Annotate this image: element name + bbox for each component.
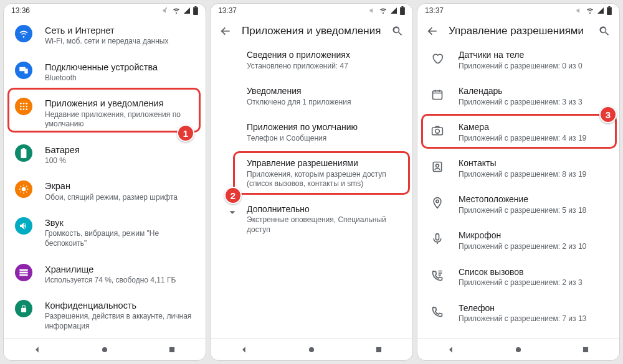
row-battery[interactable]: Батарея100 % bbox=[4, 137, 206, 174]
step-badge-3: 3 bbox=[599, 106, 617, 123]
row-notifications[interactable]: УведомленияОтключено для 1 приложения bbox=[211, 78, 412, 114]
row-app-info[interactable]: Сведения о приложенияхУстановлено прилож… bbox=[211, 42, 412, 78]
row-sub: Громкость, вибрация, режим "Не беспокоит… bbox=[45, 229, 194, 248]
svg-rect-16 bbox=[19, 269, 27, 271]
nav-recent[interactable] bbox=[579, 343, 592, 356]
row-permission-manager[interactable]: Управление разрешениямиПриложения, котор… bbox=[211, 151, 412, 197]
row-call-log[interactable]: Список вызововПриложений с разрешением: … bbox=[417, 259, 619, 296]
row-sub: Экстренные оповещения, Специальный досту… bbox=[247, 215, 401, 235]
nav-recent[interactable] bbox=[373, 343, 385, 356]
svg-rect-28 bbox=[433, 91, 442, 99]
back-icon[interactable] bbox=[426, 25, 439, 37]
search-icon[interactable] bbox=[598, 25, 611, 37]
battery-icon bbox=[607, 6, 612, 15]
status-time: 13:37 bbox=[218, 6, 237, 15]
battery-icon bbox=[193, 6, 198, 15]
svg-rect-2 bbox=[19, 67, 25, 71]
location-icon bbox=[431, 197, 444, 209]
svg-point-6 bbox=[26, 103, 27, 105]
page-title: Приложения и уведомления bbox=[242, 25, 381, 37]
row-display[interactable]: ЭкранОбои, спящий режим, размер шрифта bbox=[4, 173, 206, 210]
row-contacts[interactable]: КонтактыПриложений с разрешением: 8 из 1… bbox=[417, 151, 619, 187]
row-sub: Приложений с разрешением: 7 из 13 bbox=[459, 314, 608, 324]
row-title: Камера bbox=[459, 122, 608, 133]
row-microphone[interactable]: МикрофонПриложений с разрешением: 2 из 1… bbox=[417, 223, 619, 259]
row-calendar[interactable]: КалендарьПриложений с разрешением: 3 из … bbox=[417, 78, 619, 114]
row-privacy[interactable]: КонфиденциальностьРазрешения, действия в… bbox=[4, 292, 206, 338]
svg-point-11 bbox=[23, 109, 25, 111]
svg-rect-3 bbox=[24, 68, 27, 73]
row-sub: Отключено для 1 приложения bbox=[247, 98, 401, 108]
nav-back[interactable] bbox=[31, 343, 44, 356]
row-sub: Разрешения, действия в аккаунте, личная … bbox=[45, 312, 194, 331]
svg-point-7 bbox=[20, 106, 22, 108]
svg-rect-19 bbox=[21, 308, 26, 312]
wifi-icon bbox=[379, 7, 388, 14]
row-sub: Установлено приложений: 47 bbox=[247, 62, 401, 72]
row-camera[interactable]: КамераПриложений с разрешением: 4 из 19 bbox=[417, 114, 619, 151]
row-sub: Wi-Fi, моб. сети и передача данных bbox=[45, 37, 194, 47]
nav-back[interactable] bbox=[238, 343, 250, 356]
svg-point-24 bbox=[309, 347, 314, 352]
page-title: Управление разрешениями bbox=[449, 25, 588, 37]
svg-point-30 bbox=[435, 129, 440, 134]
status-time: 13:37 bbox=[425, 6, 444, 15]
svg-rect-21 bbox=[169, 347, 174, 352]
row-sub: Приложений с разрешением: 5 из 18 bbox=[459, 206, 608, 216]
silent-icon bbox=[576, 7, 583, 14]
row-default-apps[interactable]: Приложения по умолчаниюТелефон и Сообщен… bbox=[211, 114, 412, 151]
svg-rect-1 bbox=[194, 6, 196, 7]
phone-apps-notifications: 13:37 Приложения и уведомления Сведения … bbox=[210, 3, 413, 361]
silent-icon bbox=[162, 7, 169, 14]
row-location[interactable]: МестоположениеПриложений с разрешением: … bbox=[417, 187, 619, 223]
settings-list: Сеть и ИнтернетWi-Fi, моб. сети и переда… bbox=[4, 17, 206, 338]
nav-recent[interactable] bbox=[166, 343, 178, 356]
nav-bar bbox=[417, 338, 619, 360]
battery-icon bbox=[400, 6, 405, 15]
back-icon[interactable] bbox=[219, 25, 232, 37]
nav-home[interactable] bbox=[512, 343, 525, 356]
apps-icon bbox=[19, 101, 29, 111]
row-sub: Приложений с разрешением: 3 из 3 bbox=[459, 98, 608, 108]
storage-icon bbox=[19, 268, 29, 278]
row-sub: Приложения, которым разрешен доступ (спи… bbox=[247, 170, 401, 189]
heart-icon bbox=[431, 52, 444, 65]
row-title: Сведения о приложениях bbox=[247, 50, 401, 61]
row-body-sensors[interactable]: Датчики на телеПриложений с разрешением:… bbox=[417, 42, 619, 78]
row-title: Микрофон bbox=[459, 230, 608, 241]
row-sound[interactable]: ЗвукГромкость, вибрация, режим "Не беспо… bbox=[4, 210, 206, 256]
header: Приложения и уведомления bbox=[211, 17, 412, 42]
chevron-down-icon bbox=[226, 205, 239, 219]
row-title: Приложения и уведомления bbox=[45, 98, 194, 109]
svg-rect-22 bbox=[400, 7, 405, 15]
calendar-icon bbox=[431, 88, 444, 101]
nav-home[interactable] bbox=[305, 343, 318, 356]
step-badge-1: 1 bbox=[177, 124, 194, 142]
lock-icon bbox=[19, 304, 28, 313]
row-advanced[interactable]: ДополнительноЭкстренные оповещения, Спец… bbox=[211, 197, 412, 243]
row-title: Календарь bbox=[459, 86, 608, 97]
row-sub: Приложений с разрешением: 0 из 0 bbox=[459, 62, 608, 72]
display-icon bbox=[19, 184, 29, 194]
row-storage[interactable]: ХранилищеИспользуется 74 %, свободно 4,1… bbox=[4, 256, 206, 293]
nav-home[interactable] bbox=[98, 343, 111, 356]
row-phone[interactable]: ТелефонПриложений с разрешением: 7 из 13 bbox=[417, 296, 619, 332]
step-badge-2: 2 bbox=[224, 187, 242, 204]
row-title: Уведомления bbox=[247, 86, 401, 97]
apps-list: Сведения о приложенияхУстановлено прилож… bbox=[211, 42, 412, 338]
row-title: Хранилище bbox=[45, 264, 194, 275]
row-apps[interactable]: Приложения и уведомленияНедавние приложе… bbox=[4, 90, 206, 136]
svg-rect-17 bbox=[19, 271, 27, 273]
svg-rect-26 bbox=[607, 7, 612, 15]
devices-icon bbox=[19, 65, 29, 75]
search-icon[interactable] bbox=[391, 25, 404, 37]
battery-icon bbox=[21, 148, 27, 158]
svg-point-4 bbox=[20, 103, 22, 105]
row-network[interactable]: Сеть и ИнтернетWi-Fi, моб. сети и переда… bbox=[4, 17, 206, 54]
row-title: Телефон bbox=[459, 303, 608, 314]
svg-rect-25 bbox=[376, 347, 381, 352]
nav-back[interactable] bbox=[445, 343, 457, 356]
svg-point-32 bbox=[436, 164, 439, 167]
wifi-icon bbox=[586, 7, 594, 14]
row-devices[interactable]: Подключенные устройстваBluetooth bbox=[4, 54, 206, 91]
